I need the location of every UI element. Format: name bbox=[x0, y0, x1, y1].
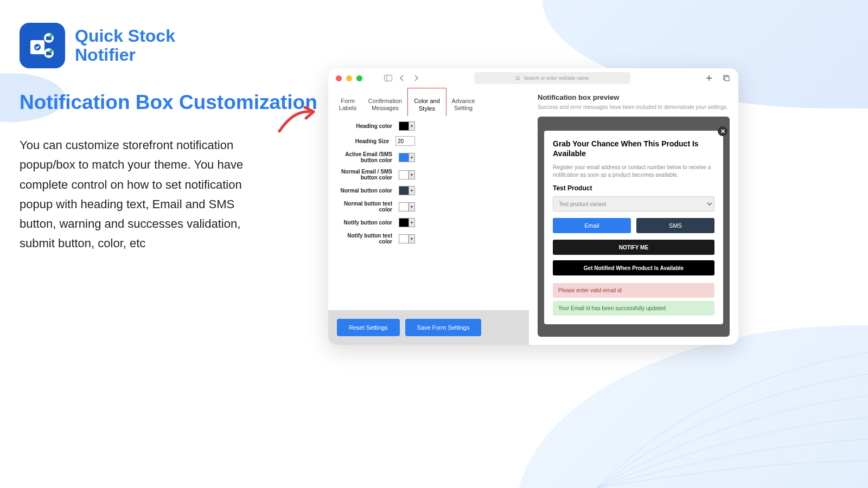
setting-notify-button-text-color: Notify button text color ▾ bbox=[334, 233, 524, 245]
chevron-down-icon: ▾ bbox=[409, 153, 414, 162]
setting-normal-btn-color: Normal Email / SMS button color ▾ bbox=[334, 169, 524, 181]
app-title-line2: Notifier bbox=[75, 46, 175, 65]
preview-panel: Notification box preview Success and err… bbox=[529, 88, 738, 345]
normal-button-color-select[interactable]: ▾ bbox=[399, 186, 415, 195]
page-description: You can customize storefront notificatio… bbox=[20, 136, 247, 254]
popup-heading: Grab Your Chance When This Product Is Av… bbox=[553, 139, 714, 158]
svg-rect-15 bbox=[725, 76, 729, 81]
new-tab-icon[interactable] bbox=[705, 74, 713, 82]
tab-advance-setting[interactable]: Advance Setting bbox=[446, 88, 480, 116]
success-message: Your Email id has been successfully upda… bbox=[553, 301, 714, 316]
chevron-down-icon: ▾ bbox=[409, 235, 414, 243]
svg-line-11 bbox=[519, 79, 520, 81]
error-message: Please enter valid email id bbox=[553, 283, 714, 298]
reset-settings-button[interactable]: Reset Settings bbox=[337, 319, 400, 336]
setting-heading-color: Heading color ▾ bbox=[334, 121, 524, 131]
svg-point-4 bbox=[49, 34, 53, 37]
setting-normal-button-color: Normal button color ▾ bbox=[334, 186, 524, 195]
heading-color-select[interactable]: ▾ bbox=[399, 121, 415, 131]
setting-normal-button-text-color: Normal button text color ▾ bbox=[334, 201, 524, 213]
save-form-settings-button[interactable]: Save Form Settings bbox=[405, 319, 482, 336]
email-button[interactable]: Email bbox=[553, 218, 631, 233]
forward-icon[interactable] bbox=[411, 73, 421, 83]
notify-me-button[interactable]: NOTIFY ME bbox=[553, 240, 714, 255]
settings-actions: Reset Settings Save Form Settings bbox=[328, 310, 529, 345]
address-bar[interactable]: Search or enter website name bbox=[474, 72, 630, 84]
svg-point-7 bbox=[49, 49, 53, 53]
chevron-down-icon: ▾ bbox=[409, 171, 414, 179]
preview-title: Notification box preview bbox=[538, 93, 730, 101]
chevron-down-icon: ▾ bbox=[409, 219, 414, 227]
popup-subtext: Register your email address or contact n… bbox=[553, 164, 714, 179]
settings-panel: Form Labels Confirmation Messages Color … bbox=[328, 88, 529, 345]
tab-color-and-styles[interactable]: Color and Styles bbox=[407, 88, 446, 116]
arrow-icon bbox=[277, 105, 317, 135]
page-title: Notification Box Customization bbox=[20, 91, 317, 114]
app-logo-icon bbox=[20, 23, 65, 68]
chevron-down-icon: ▾ bbox=[409, 203, 414, 211]
window-max-dot[interactable] bbox=[356, 75, 362, 81]
settings-tabs: Form Labels Confirmation Messages Color … bbox=[328, 88, 529, 116]
popup-product-name: Test Product bbox=[553, 184, 714, 192]
svg-rect-8 bbox=[384, 75, 392, 81]
copy-icon[interactable] bbox=[722, 74, 731, 82]
back-icon[interactable] bbox=[397, 73, 407, 83]
normal-button-text-color-select[interactable]: ▾ bbox=[399, 202, 415, 211]
chevron-down-icon: ▾ bbox=[409, 187, 414, 195]
bg-lines bbox=[597, 325, 868, 488]
search-icon bbox=[515, 76, 520, 81]
variant-select[interactable]: Test product variant bbox=[553, 196, 714, 211]
app-logo: Quick Stock Notifier bbox=[20, 23, 175, 68]
settings-list: Heading color ▾ Heading Size Active Emai… bbox=[328, 116, 529, 250]
notify-button-text-color-select[interactable]: ▾ bbox=[399, 234, 415, 243]
browser-window: Search or enter website name Form Labels… bbox=[328, 68, 738, 345]
app-title-line1: Quick Stock bbox=[75, 27, 175, 46]
notify-button-color-select[interactable]: ▾ bbox=[399, 218, 415, 227]
active-btn-color-select[interactable]: ▾ bbox=[399, 153, 415, 162]
sidebar-toggle-icon[interactable] bbox=[383, 73, 393, 83]
window-min-dot[interactable] bbox=[346, 75, 352, 81]
notification-popup: ✕ Grab Your Chance When This Product Is … bbox=[544, 131, 723, 324]
preview-subtitle: Success and error messages have been inc… bbox=[538, 104, 730, 111]
normal-btn-color-select[interactable]: ▾ bbox=[399, 170, 415, 179]
tab-confirmation-messages[interactable]: Confirmation Messages bbox=[363, 88, 407, 116]
chevron-down-icon: ▾ bbox=[409, 122, 414, 130]
tab-form-labels[interactable]: Form Labels bbox=[333, 88, 363, 116]
address-placeholder: Search or enter website name bbox=[524, 75, 589, 81]
preview-backdrop: ✕ Grab Your Chance When This Product Is … bbox=[538, 117, 730, 337]
setting-active-btn-color: Active Email /SMS button color ▾ bbox=[334, 151, 524, 163]
heading-size-input[interactable] bbox=[395, 136, 415, 146]
window-close-dot[interactable] bbox=[336, 75, 342, 81]
close-icon[interactable]: ✕ bbox=[718, 126, 727, 136]
setting-notify-button-color: Notify button color ▾ bbox=[334, 218, 524, 227]
get-notified-button[interactable]: Get Notified When Product Is Available bbox=[553, 260, 714, 275]
browser-chrome: Search or enter website name bbox=[328, 68, 738, 88]
sms-button[interactable]: SMS bbox=[636, 218, 714, 233]
setting-heading-size: Heading Size bbox=[334, 136, 524, 146]
